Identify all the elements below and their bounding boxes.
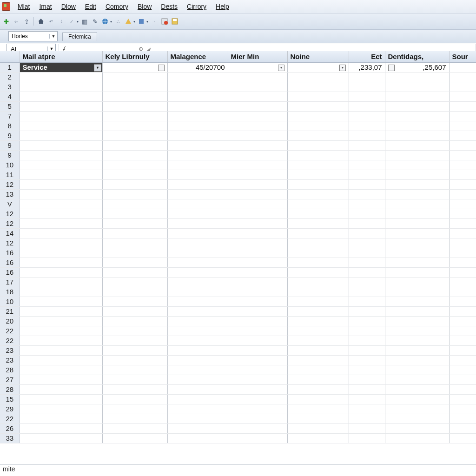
cell[interactable] xyxy=(385,287,449,297)
row-number[interactable]: 16 xyxy=(0,267,20,277)
cell[interactable] xyxy=(449,394,476,404)
cell[interactable] xyxy=(167,316,228,326)
cell[interactable] xyxy=(102,384,167,394)
row-number[interactable]: 12 xyxy=(0,238,20,248)
cell[interactable] xyxy=(349,336,385,345)
cell[interactable] xyxy=(349,384,385,394)
cell[interactable] xyxy=(20,160,102,170)
cell[interactable] xyxy=(20,218,102,228)
cell[interactable] xyxy=(349,209,385,218)
cell[interactable] xyxy=(102,375,167,384)
cell[interactable] xyxy=(449,111,476,121)
cell[interactable] xyxy=(167,394,228,404)
cell[interactable] xyxy=(102,170,167,179)
cell[interactable] xyxy=(167,150,228,160)
dots-icon[interactable]: ∴ xyxy=(114,17,122,26)
row-number[interactable]: 9 xyxy=(0,150,20,160)
cell[interactable] xyxy=(228,277,287,287)
cell[interactable] xyxy=(167,189,228,199)
cell[interactable] xyxy=(228,423,287,433)
cell[interactable] xyxy=(385,209,449,218)
cell[interactable] xyxy=(287,131,349,140)
row-number[interactable]: 10 xyxy=(0,297,20,306)
cell[interactable] xyxy=(287,326,349,336)
cell[interactable] xyxy=(228,228,287,238)
warning-icon[interactable] xyxy=(124,17,132,26)
cell[interactable] xyxy=(349,199,385,209)
cell[interactable] xyxy=(228,287,287,297)
cell[interactable] xyxy=(228,101,287,111)
cell[interactable] xyxy=(349,131,385,140)
cell[interactable] xyxy=(228,375,287,384)
cell[interactable] xyxy=(167,277,228,287)
cell[interactable]: ▾ xyxy=(287,62,349,72)
cell[interactable] xyxy=(20,258,102,267)
cell[interactable] xyxy=(349,111,385,121)
cell[interactable] xyxy=(449,375,476,384)
cell[interactable]: 45/20700 xyxy=(167,62,228,72)
cell[interactable] xyxy=(20,238,102,248)
cell[interactable] xyxy=(167,179,228,189)
cell[interactable] xyxy=(102,326,167,336)
cell[interactable] xyxy=(167,336,228,345)
cell[interactable] xyxy=(102,355,167,365)
cell[interactable] xyxy=(102,297,167,306)
row-number[interactable]: 4 xyxy=(0,92,20,101)
cell[interactable] xyxy=(167,72,228,82)
cell[interactable] xyxy=(449,326,476,336)
cell[interactable] xyxy=(228,297,287,306)
tool-icon-2[interactable]: ⤹ xyxy=(57,17,66,26)
cell[interactable] xyxy=(287,140,349,150)
col-header[interactable]: Dentidags, xyxy=(385,51,449,62)
cell[interactable] xyxy=(287,423,349,433)
cell[interactable] xyxy=(167,326,228,336)
cell[interactable] xyxy=(102,121,167,131)
cell[interactable] xyxy=(349,248,385,258)
cell[interactable] xyxy=(102,316,167,326)
cell[interactable] xyxy=(102,218,167,228)
row-number[interactable]: 5 xyxy=(0,101,20,111)
cell[interactable] xyxy=(385,218,449,228)
cell[interactable] xyxy=(385,170,449,179)
cell[interactable] xyxy=(385,277,449,287)
cell[interactable] xyxy=(287,209,349,218)
cell[interactable] xyxy=(449,365,476,375)
row-number[interactable]: 12 xyxy=(0,218,20,228)
cell[interactable] xyxy=(287,160,349,170)
cell[interactable] xyxy=(287,316,349,326)
cell[interactable] xyxy=(385,316,449,326)
cell[interactable] xyxy=(102,199,167,209)
cell[interactable] xyxy=(228,355,287,365)
cell[interactable] xyxy=(349,394,385,404)
cell[interactable] xyxy=(102,365,167,375)
stop-icon[interactable] xyxy=(160,17,169,26)
row-number[interactable]: 29 xyxy=(0,404,20,414)
cell[interactable] xyxy=(449,336,476,345)
cell[interactable] xyxy=(449,218,476,228)
row-number[interactable]: 21 xyxy=(0,306,20,316)
row-number[interactable]: 12 xyxy=(0,209,20,218)
row-number[interactable]: 22 xyxy=(0,336,20,345)
cell[interactable] xyxy=(349,140,385,150)
cell[interactable] xyxy=(349,101,385,111)
cell[interactable] xyxy=(228,365,287,375)
cell[interactable] xyxy=(167,92,228,101)
cell[interactable] xyxy=(449,287,476,297)
cell[interactable] xyxy=(20,228,102,238)
cell[interactable] xyxy=(167,238,228,248)
cell[interactable] xyxy=(385,365,449,375)
cell[interactable] xyxy=(20,209,102,218)
cell[interactable] xyxy=(167,375,228,384)
cell[interactable] xyxy=(449,267,476,277)
cell[interactable]: ,25,607 xyxy=(385,62,449,72)
cell[interactable] xyxy=(102,258,167,267)
cell[interactable] xyxy=(228,433,287,443)
cell[interactable] xyxy=(167,160,228,170)
cell[interactable] xyxy=(20,82,102,92)
cell[interactable] xyxy=(102,228,167,238)
cell[interactable] xyxy=(449,160,476,170)
cell[interactable] xyxy=(449,384,476,394)
row-number[interactable]: 8 xyxy=(0,121,20,131)
cell[interactable] xyxy=(167,404,228,414)
add-icon[interactable]: ✚ xyxy=(2,17,10,26)
